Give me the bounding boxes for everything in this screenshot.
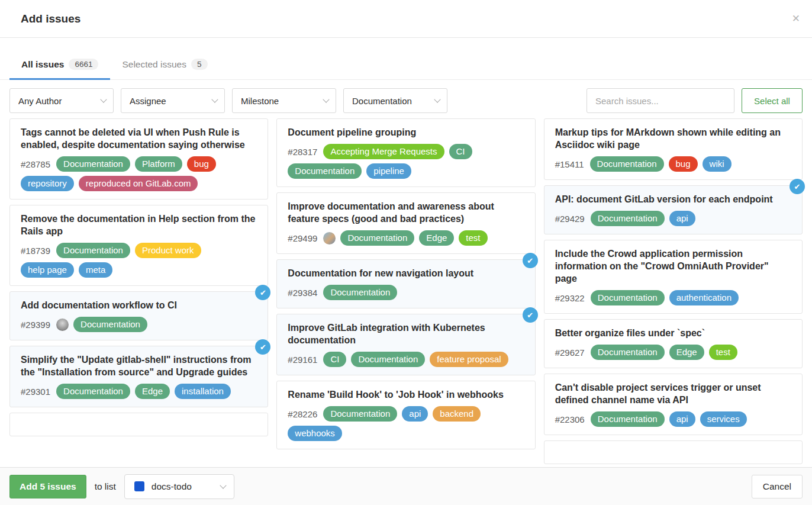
issue-title: Include the Crowd application permission… [555,247,792,285]
selected-check-icon: ✔ [255,285,270,300]
issue-label: services [700,411,747,427]
issue-meta: #29322Documentationauthentication [555,290,792,305]
tab-selected-issues-count: 5 [191,59,208,70]
issue-title: Add documentation workflow to CI [21,299,258,311]
issue-card[interactable]: ✔Improve GitLab integration with Kuberne… [276,314,535,375]
issue-card[interactable]: Improve documentation and awareness abou… [276,192,535,254]
issue-label: Accepting Merge Requests [323,144,444,159]
add-issues-button[interactable]: Add 5 issues [9,475,86,498]
list-name: docs-todo [152,481,192,492]
author-filter-dropdown[interactable]: Any Author [9,88,114,113]
issue-card[interactable]: ✔Simplify the "Update gitlab-shell" inst… [9,346,268,407]
issue-title: Simplify the "Update gitlab-shell" instr… [21,353,258,378]
chevron-down-icon [323,96,329,102]
chevron-down-icon [100,96,107,102]
issue-label: Documentation [351,352,425,367]
selected-check-icon: ✔ [790,179,805,194]
milestone-filter-dropdown[interactable]: Milestone [232,88,336,113]
issue-meta: #28226Documentationapibackendwebhooks [288,406,525,441]
issue-id: #28785 [21,159,50,169]
issue-label: help page [21,262,74,278]
issues-column: Document pipeline grouping#28317Acceptin… [276,118,535,449]
issue-meta: #29399Documentation [21,317,258,332]
tab-selected-issues[interactable]: Selected issues 5 [110,53,219,80]
issue-meta: #29161CIDocumentationfeature proposal [288,352,525,367]
issue-card[interactable]: Document pipeline grouping#28317Acceptin… [276,118,535,187]
issue-card[interactable]: ✔Add documentation workflow to CI#29399D… [9,291,268,340]
issue-label: backend [433,406,481,422]
avatar [323,232,336,245]
issue-label: api [402,406,428,422]
issue-meta: #29499DocumentationEdgetest [288,230,525,246]
selected-check-icon: ✔ [523,307,538,323]
issue-label: Documentation [288,163,362,179]
tabs: All issues 6661 Selected issues 5 [0,53,812,80]
issue-label: webhooks [288,426,342,441]
issue-title: Improve documentation and awareness abou… [288,200,525,225]
to-list-label: to list [95,481,116,492]
issue-label: Platform [135,156,182,172]
close-icon[interactable]: ✕ [792,14,800,24]
issue-label: test [459,230,487,246]
issue-label: Documentation [56,156,130,172]
tab-selected-issues-label: Selected issues [122,59,186,70]
issue-card[interactable]: Include the Crowd application permission… [544,240,803,314]
issue-label: Documentation [591,290,665,305]
search-input[interactable] [587,88,734,113]
issue-card[interactable]: Can't disable project services trigger o… [544,374,803,435]
chevron-down-icon [434,96,440,102]
issue-label: Edge [419,230,454,246]
issue-id: #28317 [288,147,317,157]
issue-label: api [669,211,695,226]
issue-id: #29429 [555,214,585,224]
tab-all-issues[interactable]: All issues 6661 [9,53,110,80]
issue-label: Documentation [323,406,397,422]
label-filter-dropdown[interactable]: Documentation [343,88,447,113]
label-filter-value: Documentation [352,96,412,106]
issue-label: reproduced on GitLab.com [79,176,198,191]
filters-bar: Any Author Assignee Milestone Documentat… [0,88,812,113]
issue-meta: #28317Accepting Merge RequestsCIDocument… [288,144,525,179]
issue-label: CI [323,352,346,367]
issue-label: Product work [135,243,201,258]
issue-card-partial[interactable] [9,413,268,436]
assignee-filter-dropdown[interactable]: Assignee [121,88,225,113]
issue-title: Can't disable project services trigger o… [555,381,792,406]
issue-card[interactable]: ✔API: document GitLab version for each e… [544,185,803,234]
author-filter-value: Any Author [18,96,62,106]
issue-id: #22306 [555,414,585,424]
cancel-button[interactable]: Cancel [752,475,803,498]
issue-label: CI [449,144,472,159]
chevron-down-icon [220,482,226,488]
issue-card[interactable]: Markup tips for MArkdown shown while edi… [544,118,803,180]
issue-label: Documentation [591,411,665,427]
selected-check-icon: ✔ [523,253,538,268]
select-all-button[interactable]: Select all [742,88,803,113]
issue-meta: #29301DocumentationEdgeinstallation [21,384,258,399]
issue-card[interactable]: Remove the documentation in Help section… [9,205,268,286]
issue-label: wiki [703,156,732,172]
issue-card[interactable]: Better organize files under `spec`#29627… [544,319,803,368]
issue-label: bug [669,156,698,172]
issue-meta: #15411Documentationbugwiki [555,156,792,172]
issues-grid: Tags cannot be deleted via UI when Push … [0,118,812,464]
list-color-swatch [134,481,144,491]
issue-label: Documentation [73,317,147,332]
issue-meta: #18739DocumentationProduct workhelp page… [21,243,258,278]
issue-label: Edge [669,345,704,360]
list-select-dropdown[interactable]: docs-todo [124,474,234,499]
add-issues-modal: Add issues ✕ All issues 6661 Selected is… [0,0,812,505]
issue-card[interactable]: ✔Documentation for new navigation layout… [276,259,535,308]
issues-column: Tags cannot be deleted via UI when Push … [9,118,268,436]
issues-column: Markup tips for MArkdown shown while edi… [544,118,803,464]
issue-label: feature proposal [430,352,508,367]
issue-card[interactable]: Rename 'Build Hook' to 'Job Hook' in web… [276,381,535,449]
chevron-down-icon [211,96,218,102]
issue-id: #29301 [21,387,50,397]
selected-check-icon: ✔ [255,339,270,355]
issue-id: #29322 [555,293,585,303]
issue-meta: #28785DocumentationPlatformbugrepository… [21,156,258,191]
issue-card[interactable]: Tags cannot be deleted via UI when Push … [9,118,268,200]
issue-card-partial[interactable] [544,440,803,464]
avatar [56,319,69,331]
